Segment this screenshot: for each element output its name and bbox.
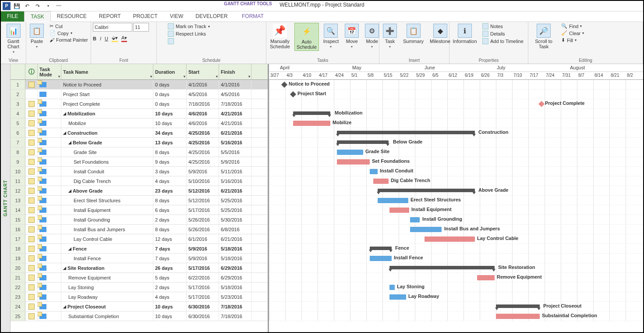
fill-color-button[interactable]: ⬙▾ <box>112 35 118 42</box>
mode-cell[interactable] <box>38 263 61 272</box>
collapse-icon[interactable]: ◢ <box>63 111 67 116</box>
duration-cell[interactable]: 4 days <box>153 292 187 301</box>
qat-redo-icon[interactable]: ↷ <box>33 2 42 11</box>
duration-cell[interactable]: 8 days <box>153 147 187 157</box>
inactivate-button[interactable] <box>166 38 211 45</box>
tab-resource[interactable]: RESOURCE <box>51 11 93 21</box>
mode-cell[interactable] <box>38 147 61 157</box>
info-cell[interactable] <box>25 273 38 282</box>
gantt-row[interactable]: Project Start <box>269 90 643 99</box>
notes-button[interactable]: Notes <box>481 23 525 30</box>
row-num[interactable]: 3 <box>11 99 25 108</box>
information-button[interactable]: ℹInformation <box>451 23 478 45</box>
name-cell[interactable]: ◢Site Restoration <box>61 263 153 272</box>
row-num[interactable]: 20 <box>11 263 25 272</box>
gantt-row[interactable]: Project Complete <box>269 99 643 109</box>
info-cell[interactable] <box>25 234 38 243</box>
scroll-to-task-button[interactable]: 🔎Scroll to Task <box>530 23 557 50</box>
tab-report[interactable]: REPORT <box>93 11 127 21</box>
table-row[interactable]: 16Install Bus and Jumpers8 days5/26/2016… <box>11 225 268 234</box>
gantt-row[interactable]: Install Conduit <box>269 167 643 176</box>
info-cell[interactable] <box>25 176 38 186</box>
tab-file[interactable]: FILE <box>1 11 24 21</box>
start-cell[interactable]: 5/9/2016 <box>187 167 219 176</box>
table-row[interactable]: 3Project Complete0 days7/18/20167/18/201… <box>11 99 268 109</box>
move-button[interactable]: 📅Move▾ <box>343 23 361 50</box>
row-num[interactable]: 9 <box>11 157 25 166</box>
row-num[interactable]: 16 <box>11 225 25 234</box>
gantt-bar[interactable] <box>373 179 389 184</box>
row-num[interactable]: 4 <box>11 109 25 118</box>
duration-cell[interactable]: 10 days <box>153 302 187 311</box>
table-row[interactable]: 15Install Grounding2 days5/26/20165/30/2… <box>11 215 268 225</box>
name-cell[interactable]: ◢Construction <box>61 128 153 137</box>
gantt-row[interactable]: Site Restoration <box>269 263 643 273</box>
duration-cell[interactable]: 13 days <box>153 138 187 147</box>
name-cell[interactable]: Lay Control Cable <box>61 234 153 243</box>
finish-cell[interactable]: 6/21/2016 <box>219 128 251 137</box>
gantt-bar[interactable] <box>370 169 378 174</box>
mode-cell[interactable] <box>38 225 61 234</box>
details-button[interactable]: Details <box>481 30 525 37</box>
finish-cell[interactable]: 5/18/2016 <box>219 244 251 253</box>
finish-cell[interactable]: 5/5/2016 <box>219 147 251 157</box>
table-row[interactable]: 5Mobilize10 days4/6/20164/21/2016 <box>11 118 268 128</box>
info-cell[interactable] <box>25 254 38 263</box>
clear-button[interactable]: 🧹Clear▾ <box>560 30 585 36</box>
name-col[interactable]: Task Name▾ <box>61 64 153 79</box>
row-num[interactable]: 13 <box>11 196 25 205</box>
qat-dropdown-icon[interactable]: ▾ <box>44 2 53 11</box>
table-row[interactable]: 18◢Fence7 days5/9/20165/18/2016 <box>11 244 268 254</box>
paste-button[interactable]: 📋Paste▾ <box>28 23 46 50</box>
row-num[interactable]: 8 <box>11 147 25 157</box>
name-cell[interactable]: Project Complete <box>61 99 153 108</box>
start-cell[interactable]: 5/9/2016 <box>187 244 219 253</box>
info-cell[interactable] <box>25 186 38 195</box>
gantt-row[interactable]: Install Fence <box>269 254 643 263</box>
collapse-icon[interactable]: ◢ <box>63 266 67 270</box>
tab-view[interactable]: VIEW <box>164 11 190 21</box>
gantt-row[interactable]: Substaintial Completion <box>269 312 643 321</box>
finish-cell[interactable]: 6/29/2016 <box>219 273 251 282</box>
finish-cell[interactable]: 4/21/2016 <box>219 118 251 128</box>
info-cell[interactable] <box>25 147 38 157</box>
row-num[interactable]: 21 <box>11 273 25 282</box>
start-cell[interactable]: 4/25/2016 <box>187 138 219 147</box>
collapse-icon[interactable]: ◢ <box>68 247 72 251</box>
mode-cell[interactable] <box>38 292 61 301</box>
row-num[interactable]: 24 <box>11 302 25 311</box>
duration-cell[interactable]: 10 days <box>153 109 187 118</box>
find-button[interactable]: 🔍Find▾ <box>560 23 585 29</box>
row-num[interactable]: 19 <box>11 254 25 263</box>
duration-cell[interactable]: 0 days <box>153 80 187 89</box>
row-num[interactable]: 14 <box>11 205 25 215</box>
gantt-bar[interactable] <box>337 140 389 144</box>
info-cell[interactable] <box>25 225 38 234</box>
start-cell[interactable]: 6/22/2016 <box>187 273 219 282</box>
gantt-row[interactable]: Project Closeout <box>269 302 643 312</box>
mode-cell[interactable] <box>38 234 61 243</box>
table-row[interactable]: 23Lay Roadway4 days5/17/20165/23/2016 <box>11 292 268 302</box>
collapse-icon[interactable]: ◢ <box>68 140 72 145</box>
gantt-bar[interactable] <box>337 131 475 134</box>
info-cell[interactable] <box>25 215 38 224</box>
start-cell[interactable]: 5/26/2016 <box>187 215 219 224</box>
gantt-row[interactable]: Fence <box>269 244 643 254</box>
table-row[interactable]: 2Project Start0 days4/5/20164/5/2016 <box>11 90 268 99</box>
mode-cell[interactable] <box>38 254 61 263</box>
table-row[interactable]: 1Notice to Proceed0 days4/1/20164/1/2016 <box>11 80 268 90</box>
gantt-row[interactable]: Erect Steel Structures <box>269 196 643 205</box>
italic-button[interactable]: I <box>100 36 101 41</box>
gantt-bar[interactable] <box>389 285 395 290</box>
info-cell[interactable] <box>25 128 38 137</box>
info-cell[interactable] <box>25 244 38 253</box>
name-cell[interactable]: Set Foundations <box>61 157 153 166</box>
gantt-bar[interactable] <box>337 159 370 165</box>
row-header-col[interactable] <box>11 64 25 79</box>
info-cell[interactable] <box>25 167 38 176</box>
finish-cell[interactable]: 5/25/2016 <box>219 196 251 205</box>
gantt-row[interactable]: Set Foundations <box>269 157 643 167</box>
start-cell[interactable]: 6/30/2016 <box>187 312 219 321</box>
row-num[interactable]: 10 <box>11 167 25 176</box>
row-num[interactable]: 22 <box>11 283 25 292</box>
